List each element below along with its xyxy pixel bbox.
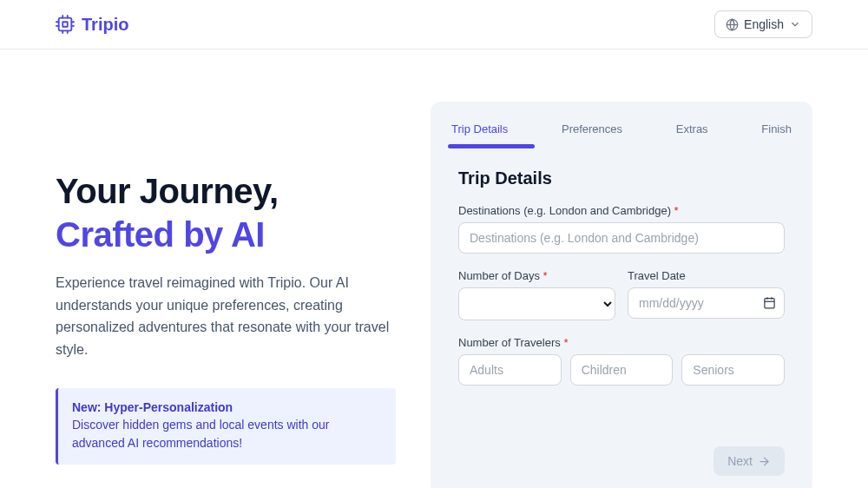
cpu-icon (56, 15, 75, 34)
globe-icon (726, 18, 739, 31)
days-select[interactable] (458, 287, 615, 320)
callout-title: New: Hyper-Personalization (72, 400, 382, 414)
next-button[interactable]: Next (713, 446, 785, 476)
date-label: Travel Date (628, 269, 785, 282)
tab-finish[interactable]: Finish (761, 119, 792, 139)
hero-subtext: Experience travel reimagined with Tripio… (56, 272, 396, 360)
feature-callout: New: Hyper-Personalization Discover hidd… (56, 388, 396, 465)
callout-body: Discover hidden gems and local events wi… (72, 416, 382, 452)
tab-trip-details[interactable]: Trip Details (451, 119, 508, 139)
progress-fill (448, 144, 535, 148)
brand-name: Tripio (82, 15, 128, 35)
arrow-right-icon (758, 455, 771, 468)
chevron-down-icon (789, 18, 801, 30)
language-selector[interactable]: English (714, 10, 812, 38)
svg-rect-0 (59, 18, 72, 31)
destinations-label: Destinations (e.g. London and Cambridge)… (458, 204, 785, 217)
language-label: English (744, 17, 784, 31)
destinations-input[interactable] (458, 222, 785, 254)
progress-track (448, 144, 795, 148)
calendar-icon (763, 296, 776, 309)
travelers-label: Number of Travelers * (458, 336, 785, 349)
hero-headline-2: Crafted by AI (56, 214, 396, 254)
section-title: Trip Details (458, 168, 785, 188)
seniors-input[interactable] (681, 354, 785, 386)
next-label: Next (727, 454, 753, 468)
brand-logo: Tripio (56, 15, 128, 35)
children-input[interactable] (570, 354, 674, 386)
hero-headline-1: Your Journey, (56, 171, 396, 211)
wizard-card: Trip Details Preferences Extras Finish T… (431, 102, 812, 488)
days-label: Number of Days * (458, 269, 615, 282)
tab-preferences[interactable]: Preferences (562, 119, 622, 139)
travel-date-input[interactable] (628, 287, 785, 319)
adults-input[interactable] (458, 354, 562, 386)
tab-extras[interactable]: Extras (676, 119, 708, 139)
svg-rect-12 (765, 299, 774, 308)
svg-rect-1 (62, 22, 68, 27)
